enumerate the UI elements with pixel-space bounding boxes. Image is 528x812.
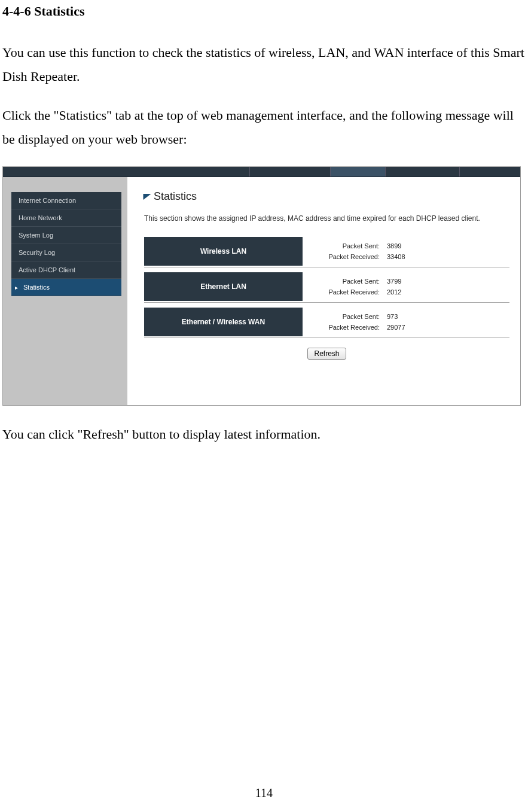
sidebar-item-home-network[interactable]: Home Network	[11, 209, 121, 227]
stat-value-recv: 33408	[384, 253, 405, 260]
top-nav-bar	[3, 167, 520, 177]
stat-head: Wireless LAN	[144, 237, 303, 266]
refresh-button[interactable]: Refresh	[307, 348, 346, 360]
stat-value-recv: 29077	[384, 324, 405, 331]
body-paragraph-2: Click the "Statistics" tab at the top of…	[2, 104, 528, 151]
stat-block-wireless-lan: Wireless LAN Packet Sent: 3899 Packet Re…	[144, 236, 509, 267]
sidebar: Internet Connection Home Network System …	[3, 177, 127, 405]
stat-label-sent: Packet Sent:	[303, 278, 384, 285]
sidebar-item-active-dhcp-client[interactable]: Active DHCP Client	[11, 261, 121, 279]
stat-value-sent: 3799	[384, 278, 401, 285]
stat-block-ethernet-wireless-wan: Ethernet / Wireless WAN Packet Sent: 973…	[144, 306, 509, 338]
main-panel: Statistics This section shows the assign…	[127, 177, 520, 405]
panel-description: This section shows the assigned IP addre…	[144, 214, 509, 224]
embedded-screenshot: Internet Connection Home Network System …	[2, 166, 521, 406]
sidebar-item-internet-connection[interactable]: Internet Connection	[11, 192, 121, 209]
top-nav-segment[interactable]	[250, 167, 331, 177]
stat-label-sent: Packet Sent:	[303, 313, 384, 320]
sidebar-item-security-log[interactable]: Security Log	[11, 244, 121, 261]
body-paragraph-1: You can use this function to check the s…	[2, 41, 528, 88]
stat-head: Ethernet / Wireless WAN	[144, 308, 303, 336]
stat-label-recv: Packet Received:	[303, 288, 384, 296]
page-number: 114	[0, 786, 528, 800]
triangle-icon	[144, 194, 151, 200]
sidebar-item-system-log[interactable]: System Log	[11, 227, 121, 244]
body-paragraph-3: You can click "Refresh" button to displa…	[2, 422, 528, 446]
top-nav-segment[interactable]	[3, 167, 250, 177]
panel-title: Statistics	[154, 190, 197, 203]
section-heading: 4-4-6 Statistics	[2, 4, 528, 19]
stat-value-recv: 2012	[384, 288, 401, 296]
stat-block-ethernet-lan: Ethernet LAN Packet Sent: 3799 Packet Re…	[144, 271, 509, 303]
stat-label-sent: Packet Sent:	[303, 242, 384, 250]
stat-label-recv: Packet Received:	[303, 324, 384, 331]
stat-head: Ethernet LAN	[144, 272, 303, 301]
top-nav-segment[interactable]	[460, 167, 520, 177]
top-nav-segment-active[interactable]	[331, 167, 386, 177]
stat-label-recv: Packet Received:	[303, 253, 384, 260]
stat-value-sent: 973	[384, 313, 398, 320]
top-nav-segment[interactable]	[386, 167, 460, 177]
sidebar-item-statistics[interactable]: Statistics	[11, 279, 121, 296]
sidebar-list: Internet Connection Home Network System …	[11, 192, 121, 296]
stat-value-sent: 3899	[384, 242, 401, 250]
